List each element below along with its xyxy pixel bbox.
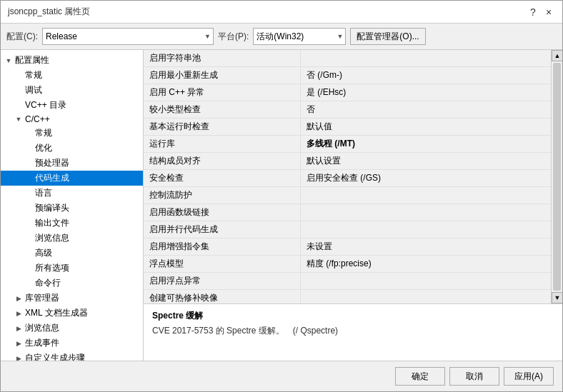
tree-item-vcpp-dirs[interactable]: VC++ 目录 bbox=[1, 98, 143, 113]
tree-item-cpp-preproc[interactable]: 预处理器 bbox=[1, 156, 143, 171]
ok-button[interactable]: 确定 bbox=[395, 367, 445, 386]
table-row[interactable]: 启用 C++ 异常是 (/EHsc) bbox=[144, 84, 551, 101]
tree-item-label: 浏览信息 bbox=[34, 232, 69, 244]
table-row[interactable]: 安全检查启用安全检查 (/GS) bbox=[144, 170, 551, 187]
props-panel: 启用字符串池启用最小重新生成否 (/Gm-)启用 C++ 异常是 (/EHsc)… bbox=[144, 50, 562, 361]
config-select[interactable]: Release bbox=[42, 28, 214, 45]
scrollbar[interactable]: ▲ ▼ bbox=[551, 50, 562, 303]
prop-value: 否 (/Gm-) bbox=[301, 67, 551, 84]
table-row[interactable]: 启用浮点异常 bbox=[144, 273, 551, 290]
prop-name: 启用最小重新生成 bbox=[144, 67, 301, 84]
scroll-up-button[interactable]: ▲ bbox=[552, 50, 562, 61]
scroll-thumb[interactable] bbox=[553, 63, 561, 291]
tree-item-lib-mgr[interactable]: ▶库管理器 bbox=[1, 291, 143, 306]
prop-value: 未设置 bbox=[301, 238, 551, 255]
tree-item-general[interactable]: 常规 bbox=[1, 68, 143, 83]
prop-value bbox=[301, 50, 551, 66]
tree-arrow-icon: ▶ bbox=[14, 355, 24, 361]
tree-item-label: 预处理器 bbox=[34, 157, 69, 169]
prop-name: 安全检查 bbox=[144, 170, 301, 186]
table-row[interactable]: 结构成员对齐默认设置 bbox=[144, 153, 551, 170]
scroll-down-button[interactable]: ▼ bbox=[552, 292, 562, 303]
tree-panel: ▼配置属性常规调试VC++ 目录▼C/C++常规优化预处理器代码生成语言预编译头… bbox=[1, 50, 144, 361]
tree-arrow-icon: ▶ bbox=[14, 325, 24, 332]
prop-value bbox=[301, 187, 551, 203]
info-description: CVE 2017-5753 的 Spectre 缓解。 (/ Qspectre) bbox=[152, 325, 554, 337]
tree-item-label: 生成事件 bbox=[24, 337, 59, 349]
main-content: ▼配置属性常规调试VC++ 目录▼C/C++常规优化预处理器代码生成语言预编译头… bbox=[1, 50, 562, 361]
table-row[interactable]: 启用并行代码生成 bbox=[144, 221, 551, 238]
table-row[interactable]: 启用字符串池 bbox=[144, 50, 551, 67]
prop-name: 较小类型检查 bbox=[144, 101, 301, 118]
tree-arrow-icon: ▼ bbox=[4, 57, 14, 64]
tree-item-label: 库管理器 bbox=[24, 292, 59, 304]
tree-item-cpp[interactable]: ▼C/C++ bbox=[1, 113, 143, 126]
tree-item-label: VC++ 目录 bbox=[24, 99, 66, 111]
tree-item-label: 语言 bbox=[34, 187, 52, 199]
title-bar: jsoncpp_static 属性页 ? × bbox=[1, 1, 562, 24]
tree-item-cpp-codegen[interactable]: 代码生成 bbox=[1, 171, 143, 186]
tree-item-build-events[interactable]: ▶生成事件 bbox=[1, 336, 143, 351]
tree-arrow-icon: ▶ bbox=[14, 340, 24, 347]
tree-item-label: 常规 bbox=[34, 127, 52, 139]
table-row[interactable]: 较小类型检查否 bbox=[144, 101, 551, 119]
tree-item-label: 代码生成 bbox=[34, 172, 69, 184]
tree-item-cpp-lang[interactable]: 语言 bbox=[1, 186, 143, 201]
tree-item-custom-build[interactable]: ▶自定义生成步骤 bbox=[1, 351, 143, 361]
tree-item-cpp-cmd[interactable]: 命令行 bbox=[1, 276, 143, 291]
tree-item-cpp-pch[interactable]: 预编译头 bbox=[1, 201, 143, 216]
prop-value bbox=[301, 273, 551, 289]
tree-item-label: 浏览信息 bbox=[24, 322, 59, 334]
tree-item-label: 常规 bbox=[24, 69, 42, 81]
table-row[interactable]: 创建可热修补映像 bbox=[144, 290, 551, 303]
tree-item-xml-gen[interactable]: ▶XML 文档生成器 bbox=[1, 306, 143, 321]
tree-arrow-icon: ▶ bbox=[14, 295, 24, 302]
props-table: 启用字符串池启用最小重新生成否 (/Gm-)启用 C++ 异常是 (/EHsc)… bbox=[144, 50, 551, 303]
tree-item-cpp-all[interactable]: 所有选项 bbox=[1, 261, 143, 276]
table-row[interactable]: 基本运行时检查默认值 bbox=[144, 119, 551, 136]
prop-name: 启用并行代码生成 bbox=[144, 221, 301, 238]
prop-name: 结构成员对齐 bbox=[144, 153, 301, 169]
tree-item-label: 配置属性 bbox=[14, 54, 49, 66]
tree-item-cpp-browser[interactable]: 浏览信息 bbox=[1, 231, 143, 246]
tree-item-label: 预编译头 bbox=[34, 202, 69, 214]
table-row[interactable]: 启用最小重新生成否 (/Gm-) bbox=[144, 67, 551, 84]
table-row[interactable]: 控制流防护 bbox=[144, 187, 551, 204]
config-mgr-button[interactable]: 配置管理器(O)... bbox=[350, 28, 425, 45]
tree-item-cpp-output[interactable]: 输出文件 bbox=[1, 216, 143, 231]
prop-value: 默认值 bbox=[301, 119, 551, 135]
props-table-wrap: 启用字符串池启用最小重新生成否 (/Gm-)启用 C++ 异常是 (/EHsc)… bbox=[144, 50, 562, 303]
close-button[interactable]: × bbox=[542, 6, 555, 19]
tree-item-browser-info[interactable]: ▶浏览信息 bbox=[1, 321, 143, 336]
prop-name: 运行库 bbox=[144, 136, 301, 152]
config-label: 配置(C): bbox=[6, 31, 38, 43]
tree-item-label: 优化 bbox=[34, 142, 52, 154]
prop-name: 启用浮点异常 bbox=[144, 273, 301, 289]
platform-select-wrapper: 活动(Win32) bbox=[253, 28, 346, 45]
prop-name: 启用 C++ 异常 bbox=[144, 84, 301, 101]
prop-value: 否 bbox=[301, 101, 551, 118]
table-row[interactable]: 启用函数级链接 bbox=[144, 204, 551, 221]
tree-item-cpp-optimize[interactable]: 优化 bbox=[1, 141, 143, 156]
prop-value: 精度 (/fp:precise) bbox=[301, 256, 551, 272]
tree-item-label: 所有选项 bbox=[34, 262, 69, 274]
tree-item-config-props[interactable]: ▼配置属性 bbox=[1, 53, 143, 68]
table-row[interactable]: 浮点模型精度 (/fp:precise) bbox=[144, 256, 551, 273]
prop-name: 启用函数级链接 bbox=[144, 204, 301, 221]
prop-name: 启用增强指令集 bbox=[144, 238, 301, 255]
title-buttons: ? × bbox=[527, 6, 555, 19]
tree-item-cpp-general[interactable]: 常规 bbox=[1, 126, 143, 141]
dialog-title: jsoncpp_static 属性页 bbox=[8, 6, 90, 18]
help-button[interactable]: ? bbox=[527, 6, 539, 19]
table-row[interactable]: 启用增强指令集未设置 bbox=[144, 238, 551, 256]
prop-name: 基本运行时检查 bbox=[144, 119, 301, 135]
table-row[interactable]: 运行库多线程 (/MT) bbox=[144, 136, 551, 153]
tree-item-debug[interactable]: 调试 bbox=[1, 83, 143, 98]
prop-name: 控制流防护 bbox=[144, 187, 301, 203]
apply-button[interactable]: 应用(A) bbox=[504, 367, 554, 386]
tree-item-label: XML 文档生成器 bbox=[24, 307, 88, 319]
prop-name: 启用字符串池 bbox=[144, 50, 301, 66]
tree-item-cpp-advanced[interactable]: 高级 bbox=[1, 246, 143, 261]
cancel-button[interactable]: 取消 bbox=[449, 367, 499, 386]
platform-select[interactable]: 活动(Win32) bbox=[253, 28, 346, 45]
